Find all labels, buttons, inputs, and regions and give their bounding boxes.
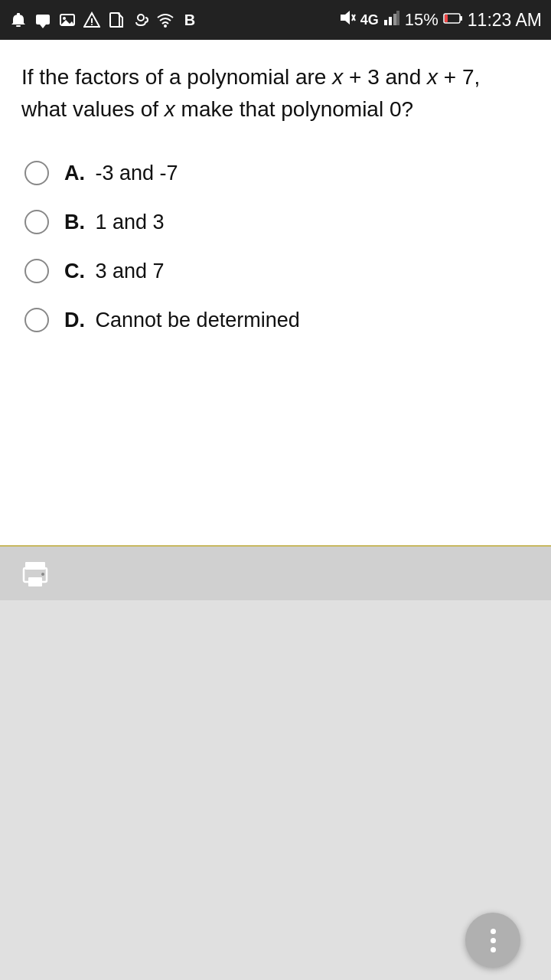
fab-dots-icon xyxy=(491,929,496,952)
status-right-info: 4G 15% 11:23 AM xyxy=(339,9,542,31)
option-d[interactable]: D. Cannot be determined xyxy=(21,296,530,345)
radio-d[interactable] xyxy=(24,308,49,332)
svg-marker-3 xyxy=(40,24,46,28)
svg-rect-22 xyxy=(460,16,462,21)
svg-point-10 xyxy=(91,24,93,25)
option-b-text: 1 and 3 xyxy=(96,211,165,234)
svg-rect-1 xyxy=(16,25,21,27)
svg-rect-18 xyxy=(389,17,392,25)
radio-c[interactable] xyxy=(24,259,49,283)
svg-point-27 xyxy=(41,573,44,576)
option-a-text: -3 and -7 xyxy=(96,162,178,185)
file-icon xyxy=(107,11,126,29)
svg-marker-7 xyxy=(60,20,74,25)
option-d-letter: D. xyxy=(64,309,85,332)
option-d-label: D. Cannot be determined xyxy=(64,309,300,332)
svg-rect-11 xyxy=(110,13,119,27)
fab-more-options[interactable] xyxy=(465,913,520,968)
battery-percent: 15% xyxy=(405,10,439,30)
svg-rect-17 xyxy=(384,20,387,25)
signal-bars-icon xyxy=(383,9,400,31)
message-icon xyxy=(34,11,52,29)
time-display: 11:23 AM xyxy=(468,10,542,31)
gray-area xyxy=(0,600,551,980)
answer-options: A. -3 and -7 B. 1 and 3 C. 3 and 7 D. Ca… xyxy=(21,149,530,345)
option-a-label: A. -3 and -7 xyxy=(64,162,178,185)
option-a[interactable]: A. -3 and -7 xyxy=(21,149,530,198)
svg-rect-9 xyxy=(91,18,93,23)
svg-rect-19 xyxy=(393,14,396,25)
notification-icon xyxy=(9,11,28,29)
option-a-letter: A. xyxy=(64,162,85,185)
svg-rect-26 xyxy=(28,577,42,586)
svg-rect-23 xyxy=(445,15,448,22)
question-card: If the factors of a polynomial are x + 3… xyxy=(0,40,551,545)
option-c-text: 3 and 7 xyxy=(96,260,165,283)
bold-icon: B xyxy=(181,11,199,29)
status-left-icons: B xyxy=(9,11,199,29)
bottom-toolbar xyxy=(0,545,551,600)
status-bar: B 4G 15% 11:23 AM xyxy=(0,0,551,40)
option-c-letter: C. xyxy=(64,260,85,283)
lte-icon: 4G xyxy=(360,12,379,28)
svg-point-13 xyxy=(164,24,167,28)
weather-icon xyxy=(132,11,150,29)
svg-rect-2 xyxy=(36,15,50,24)
mute-icon xyxy=(339,9,356,31)
option-d-text: Cannot be determined xyxy=(96,309,300,332)
option-b-label: B. 1 and 3 xyxy=(64,211,165,234)
option-c[interactable]: C. 3 and 7 xyxy=(21,247,530,296)
svg-marker-14 xyxy=(341,11,350,24)
option-c-label: C. 3 and 7 xyxy=(64,260,165,283)
warning-icon xyxy=(83,11,101,29)
wifi-icon xyxy=(156,11,174,29)
option-b-letter: B. xyxy=(64,211,85,234)
print-icon xyxy=(21,559,50,588)
battery-icon xyxy=(443,10,463,30)
svg-point-12 xyxy=(138,15,144,21)
print-button[interactable] xyxy=(15,555,55,592)
radio-b[interactable] xyxy=(24,210,49,234)
svg-rect-20 xyxy=(396,11,399,25)
radio-a[interactable] xyxy=(24,161,49,185)
question-text: If the factors of a polynomial are x + 3… xyxy=(21,61,530,126)
image-icon xyxy=(58,11,77,29)
svg-point-6 xyxy=(63,17,66,20)
option-b[interactable]: B. 1 and 3 xyxy=(21,198,530,247)
